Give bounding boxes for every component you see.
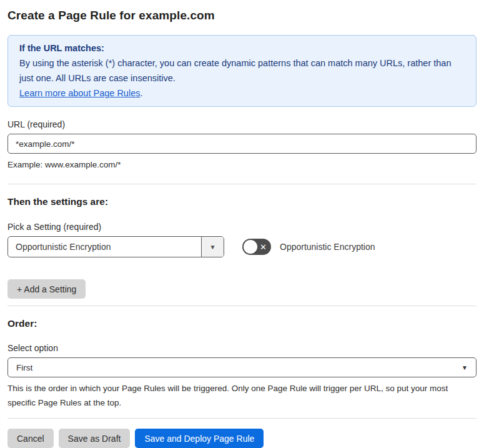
- info-box-body: By using the asterisk (*) character, you…: [19, 56, 465, 86]
- setting-dropdown-value: Opportunistic Encryption: [8, 237, 201, 257]
- setting-toggle-label: Opportunistic Encryption: [280, 242, 375, 252]
- setting-row: Opportunistic Encryption ▼ ✕ Opportunist…: [7, 236, 477, 257]
- setting-toggle-group: ✕ Opportunistic Encryption: [242, 239, 375, 255]
- learn-more-link[interactable]: Learn more about Page Rules: [19, 88, 140, 98]
- footer-actions: Cancel Save as Draft Save and Deploy Pag…: [7, 429, 477, 448]
- chevron-down-icon: ▼: [462, 364, 468, 371]
- info-box-heading: If the URL matches:: [19, 41, 465, 56]
- info-box-link-row: Learn more about Page Rules.: [19, 86, 465, 101]
- url-field-label: URL (required): [7, 119, 477, 129]
- url-input[interactable]: [7, 134, 477, 154]
- pick-setting-label: Pick a Setting (required): [7, 222, 477, 232]
- section-divider: [7, 184, 477, 184]
- page-title: Create a Page Rule for example.com: [7, 9, 477, 22]
- url-match-info-box: If the URL matches: By using the asteris…: [7, 35, 477, 107]
- order-select-value: First: [16, 363, 32, 372]
- footer-divider: [7, 418, 477, 419]
- order-help-text: This is the order in which your Page Rul…: [7, 381, 476, 410]
- order-select[interactable]: First ▼: [7, 357, 477, 377]
- save-and-deploy-button[interactable]: Save and Deploy Page Rule: [135, 429, 264, 448]
- section-divider: [7, 306, 477, 306]
- settings-section-heading: Then the settings are:: [7, 196, 477, 207]
- info-box-body-text: By using the asterisk (*) character, you…: [19, 58, 452, 83]
- toggle-off-x-icon: ✕: [260, 243, 267, 251]
- order-section-heading: Order:: [7, 318, 477, 329]
- save-as-draft-button[interactable]: Save as Draft: [59, 429, 131, 448]
- page-rule-form: Create a Page Rule for example.com If th…: [0, 0, 484, 448]
- toggle-knob: [244, 240, 257, 254]
- url-example-text: Example: www.example.com/*: [7, 158, 477, 171]
- link-period: .: [140, 88, 142, 98]
- order-select-label: Select option: [7, 343, 477, 353]
- setting-dropdown-arrow-button[interactable]: ▼: [201, 237, 224, 257]
- chevron-down-icon: ▼: [210, 244, 216, 251]
- setting-dropdown[interactable]: Opportunistic Encryption ▼: [7, 236, 224, 257]
- cancel-button[interactable]: Cancel: [7, 429, 54, 448]
- opportunistic-encryption-toggle[interactable]: ✕: [242, 239, 271, 255]
- add-setting-button[interactable]: + Add a Setting: [7, 279, 86, 299]
